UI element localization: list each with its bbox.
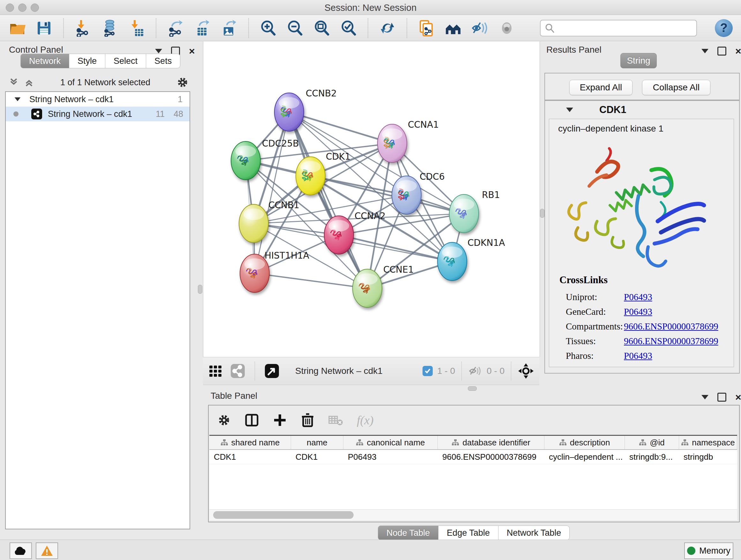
crosslink-link[interactable]: 9606.ENSP00000378699 xyxy=(624,321,718,332)
fit-content-crosshair-icon[interactable] xyxy=(518,363,534,379)
maximize-panel-icon[interactable] xyxy=(718,47,726,56)
network-row[interactable]: String Network – cdk1 11 48 xyxy=(6,107,190,121)
network-node-CDC6[interactable]: CDC6 xyxy=(392,172,445,214)
tab-sets[interactable]: Sets xyxy=(146,54,180,68)
network-edge[interactable] xyxy=(255,273,367,288)
network-edge[interactable] xyxy=(289,112,392,143)
network-options-gear-icon[interactable] xyxy=(176,76,189,89)
search-input[interactable] xyxy=(540,20,697,37)
crosslink-link[interactable]: P06493 xyxy=(624,351,652,361)
network-node-CCNE1[interactable]: CCNE1 xyxy=(353,264,414,307)
tab-node-table[interactable]: Node Table xyxy=(378,525,439,540)
warning-status-button[interactable] xyxy=(36,543,58,559)
table-cell[interactable]: CDK1 xyxy=(209,450,291,464)
export-image-icon[interactable] xyxy=(220,19,238,37)
collapse-all-icon[interactable] xyxy=(8,77,19,88)
first-neighbors-icon[interactable] xyxy=(444,19,462,37)
column-header-shared-name[interactable]: shared name xyxy=(209,436,291,449)
memory-button[interactable]: Memory xyxy=(684,543,733,559)
zoom-in-icon[interactable] xyxy=(259,19,277,37)
tab-string[interactable]: String xyxy=(620,53,657,68)
zoom-out-icon[interactable] xyxy=(286,19,304,37)
expand-all-icon[interactable] xyxy=(23,77,35,88)
gene-expander-icon[interactable] xyxy=(566,108,573,112)
table-cell[interactable]: stringdb:9... xyxy=(625,450,679,464)
clone-network-icon[interactable] xyxy=(417,19,435,37)
network-edge[interactable] xyxy=(289,112,367,288)
table-cell[interactable]: cyclin–dependent ... xyxy=(544,450,625,464)
import-table-icon[interactable] xyxy=(128,19,145,37)
selected-checkbox-icon[interactable] xyxy=(422,366,433,376)
grid-view-icon[interactable] xyxy=(208,364,223,378)
network-node-RB1[interactable]: RB1 xyxy=(449,190,500,233)
table-cell[interactable]: stringdb xyxy=(679,450,737,464)
import-database-icon[interactable] xyxy=(101,19,119,37)
column-header--id[interactable]: @id xyxy=(625,436,679,449)
birdseye-view-icon[interactable] xyxy=(264,363,280,379)
tab-network[interactable]: Network xyxy=(20,54,69,68)
network-node-CCNB1[interactable]: CCNB1 xyxy=(239,200,299,243)
export-table-icon[interactable] xyxy=(193,19,211,37)
crosslink-link[interactable]: P06493 xyxy=(624,307,652,317)
tab-edge-table[interactable]: Edge Table xyxy=(439,525,498,540)
shared-column-icon xyxy=(559,439,567,446)
network-list-view-icon[interactable] xyxy=(230,363,246,379)
save-session-icon[interactable] xyxy=(35,19,53,37)
column-header-namespace[interactable]: namespace xyxy=(679,436,737,449)
zoom-fit-icon[interactable] xyxy=(313,19,331,37)
import-network-icon[interactable] xyxy=(74,19,92,37)
column-header-name[interactable]: name xyxy=(291,436,343,449)
update-network-icon[interactable] xyxy=(379,19,396,37)
float-panel-icon[interactable] xyxy=(155,49,162,53)
left-splitter-handle[interactable] xyxy=(198,285,202,294)
show-hidden-icon[interactable] xyxy=(498,19,516,37)
close-panel-icon[interactable]: × xyxy=(189,48,195,55)
float-panel-icon[interactable] xyxy=(701,49,709,53)
scrollbar-thumb[interactable] xyxy=(213,511,354,519)
table-cell[interactable]: P06493 xyxy=(343,450,438,464)
right-splitter-handle[interactable] xyxy=(540,209,544,218)
tab-select[interactable]: Select xyxy=(105,54,146,68)
network-edge[interactable] xyxy=(339,235,452,261)
table-options-gear-icon[interactable] xyxy=(217,413,231,427)
network-node-CCNA1[interactable]: CCNA1 xyxy=(378,119,439,163)
hide-selected-icon[interactable] xyxy=(471,19,489,37)
show-columns-icon[interactable] xyxy=(245,413,259,428)
network-node-CDC25B[interactable]: CDC25B xyxy=(231,138,299,180)
tab-style[interactable]: Style xyxy=(69,54,105,68)
crosslink-link[interactable]: 9606.ENSP00000378699 xyxy=(624,336,718,347)
zoom-selected-icon[interactable] xyxy=(340,19,357,37)
network-edge[interactable] xyxy=(255,112,289,273)
column-header-canonical-name[interactable]: canonical name xyxy=(343,436,438,449)
maximize-panel-icon[interactable] xyxy=(718,393,726,401)
search-box xyxy=(540,20,697,37)
column-header-description[interactable]: description xyxy=(544,436,625,449)
network-canvas[interactable]: CCNB2CCNA1CDC25BCDK1CDC6RB1CCNB1CCNA2HIS… xyxy=(203,42,540,357)
collapse-all-button[interactable]: Collapse All xyxy=(642,80,711,95)
add-column-icon[interactable] xyxy=(273,413,287,428)
table-horizontal-scrollbar[interactable] xyxy=(209,509,737,520)
cloud-status-button[interactable] xyxy=(10,543,32,559)
table-cell[interactable]: CDK1 xyxy=(291,450,343,464)
close-panel-icon[interactable]: × xyxy=(735,48,741,55)
network-collection-row[interactable]: String Network – cdk1 1 xyxy=(6,92,190,107)
network-node-CDKN1A[interactable]: CDKN1A xyxy=(437,238,505,281)
collection-expander-icon[interactable] xyxy=(15,98,21,101)
close-panel-icon[interactable]: × xyxy=(735,394,741,401)
network-node-CCNB2[interactable]: CCNB2 xyxy=(274,88,337,131)
bottom-splitter-handle[interactable] xyxy=(468,386,477,391)
open-session-icon[interactable] xyxy=(8,19,26,37)
delete-column-icon[interactable] xyxy=(300,413,315,428)
tab-network-table[interactable]: Network Table xyxy=(498,525,570,540)
network-node-HIST1H1A[interactable]: HIST1H1A xyxy=(240,250,309,293)
column-header-database-identifier[interactable]: database identifier xyxy=(438,436,544,449)
gene-header[interactable]: CDK1 xyxy=(545,101,739,119)
crosslink-link[interactable]: P06493 xyxy=(624,292,652,302)
expand-all-button[interactable]: Expand All xyxy=(569,80,632,95)
float-panel-icon[interactable] xyxy=(701,395,709,399)
table-row[interactable]: CDK1CDK1P064939606.ENSP00000378699cyclin… xyxy=(209,450,737,464)
help-button[interactable]: ? xyxy=(715,19,733,37)
hidden-counts: 0 - 0 xyxy=(487,366,504,376)
table-cell[interactable]: 9606.ENSP00000378699 xyxy=(438,450,544,464)
export-network-icon[interactable] xyxy=(166,19,185,37)
